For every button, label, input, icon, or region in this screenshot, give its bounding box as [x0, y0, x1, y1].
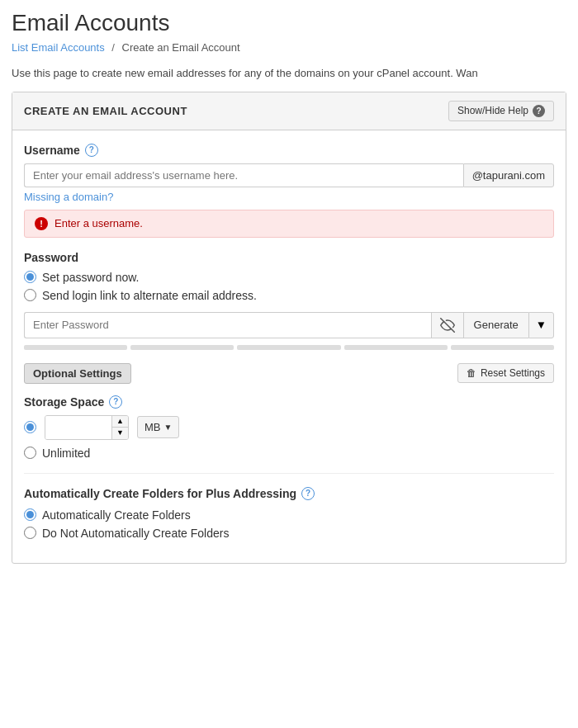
optional-settings-header: Optional Settings 🗑 Reset Settings [24, 363, 554, 384]
storage-increment-button[interactable]: ▲ [112, 416, 128, 428]
storage-row: 1024 ▲ ▼ MB ▼ [24, 415, 554, 440]
auto-create-radio[interactable] [24, 508, 36, 521]
password-toggle-button[interactable] [431, 312, 463, 338]
breadcrumb-current: Create an Email Account [122, 41, 240, 54]
password-radio-group: Set password now. Send login link to alt… [24, 271, 554, 302]
unlimited-radio-label[interactable]: Unlimited [24, 447, 554, 460]
storage-unit-dropdown[interactable]: MB ▼ [137, 416, 179, 438]
form-body: Username ? @tapurani.com Missing a domai… [12, 130, 566, 563]
breadcrumb-separator: / [111, 41, 115, 54]
unlimited-radio[interactable] [24, 447, 36, 459]
unit-chevron-down-icon: ▼ [163, 423, 172, 432]
username-error-box: ! Enter a username. [24, 210, 554, 238]
domain-suffix: @tapurani.com [463, 163, 554, 187]
username-help-icon[interactable]: ? [85, 144, 98, 157]
unlimited-label: Unlimited [42, 447, 90, 460]
help-circle-icon: ? [533, 105, 545, 117]
storage-help-icon[interactable]: ? [109, 395, 122, 409]
storage-input-wrap: 1024 ▲ ▼ [45, 415, 129, 440]
auto-create-text: Automatically Create Folders [42, 508, 191, 522]
strength-bar-3 [237, 345, 340, 350]
set-password-radio[interactable] [24, 271, 36, 283]
username-row: @tapurani.com [24, 163, 554, 187]
username-label: Username ? [24, 144, 554, 157]
set-password-radio-label[interactable]: Set password now. [24, 271, 554, 284]
username-input[interactable] [24, 163, 463, 187]
section-divider [24, 473, 554, 474]
breadcrumb-link[interactable]: List Email Accounts [12, 41, 105, 54]
storage-value-radio[interactable] [24, 421, 36, 433]
auto-folders-help-icon[interactable]: ? [301, 487, 315, 500]
reset-settings-label: Reset Settings [481, 367, 545, 379]
trash-icon: 🗑 [467, 367, 476, 379]
strength-bar-5 [451, 345, 554, 350]
username-group: Username ? @tapurani.com Missing a domai… [24, 144, 554, 238]
optional-settings-section: Optional Settings 🗑 Reset Settings Stora… [24, 363, 554, 540]
password-strength-bars [24, 345, 554, 350]
breadcrumb: List Email Accounts / Create an Email Ac… [12, 41, 566, 54]
page-title: Email Accounts [12, 10, 566, 36]
page-description: Use this page to create new email addres… [0, 65, 578, 92]
auto-create-radio-label[interactable]: Automatically Create Folders [24, 508, 554, 522]
storage-space-group: Storage Space ? 1024 ▲ ▼ M [24, 395, 554, 460]
auto-folders-section: Automatically Create Folders for Plus Ad… [24, 487, 554, 540]
error-icon: ! [35, 217, 48, 230]
panel-title: CREATE AN EMAIL ACCOUNT [24, 105, 187, 117]
reset-settings-button[interactable]: 🗑 Reset Settings [457, 363, 554, 383]
password-group: Password Set password now. Send login li… [24, 251, 554, 350]
no-auto-create-radio[interactable] [24, 527, 36, 539]
missing-domain-link[interactable]: Missing a domain? [24, 191, 113, 203]
no-auto-create-text: Do Not Automatically Create Folders [42, 527, 229, 540]
error-message: Enter a username. [54, 217, 143, 229]
chevron-down-icon: ▼ [536, 319, 547, 331]
show-hide-label: Show/Hide Help [457, 105, 528, 116]
password-input[interactable] [24, 312, 431, 338]
auto-folders-radio-group: Automatically Create Folders Do Not Auto… [24, 508, 554, 540]
optional-settings-toggle-button[interactable]: Optional Settings [24, 363, 131, 384]
send-link-text: Send login link to alternate email addre… [42, 289, 257, 302]
eye-off-icon [440, 318, 455, 333]
auto-folders-label: Automatically Create Folders for Plus Ad… [24, 487, 554, 500]
generate-password-button[interactable]: Generate [463, 312, 528, 338]
storage-spinner: ▲ ▼ [111, 416, 128, 439]
storage-space-label: Storage Space ? [24, 395, 554, 409]
password-row: Generate ▼ [24, 312, 554, 338]
show-hide-help-button[interactable]: Show/Hide Help ? [448, 101, 554, 121]
no-auto-create-radio-label[interactable]: Do Not Automatically Create Folders [24, 527, 554, 540]
password-label: Password [24, 251, 554, 264]
storage-unit-label: MB [144, 421, 161, 433]
password-options-dropdown-button[interactable]: ▼ [528, 312, 554, 338]
create-email-panel: CREATE AN EMAIL ACCOUNT Show/Hide Help ?… [12, 92, 566, 564]
send-link-radio[interactable] [24, 289, 36, 301]
storage-value-radio-label[interactable] [24, 421, 36, 433]
send-link-radio-label[interactable]: Send login link to alternate email addre… [24, 289, 554, 302]
storage-decrement-button[interactable]: ▼ [112, 428, 128, 439]
panel-header: CREATE AN EMAIL ACCOUNT Show/Hide Help ? [12, 92, 566, 130]
set-password-text: Set password now. [42, 271, 140, 284]
storage-input[interactable]: 1024 [45, 416, 111, 439]
strength-bar-1 [24, 345, 127, 350]
strength-bar-4 [344, 345, 448, 350]
strength-bar-2 [130, 345, 234, 350]
